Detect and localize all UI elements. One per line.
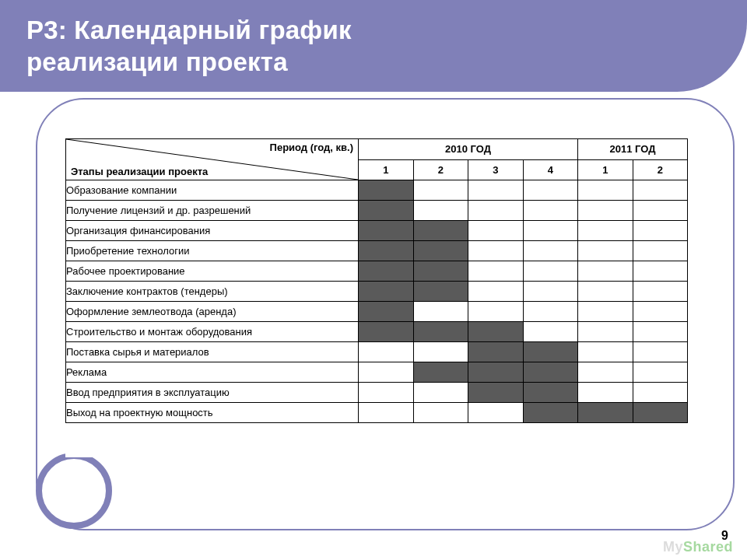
table-row: Поставка сырья и материалов [66, 342, 688, 362]
gantt-cell-filled [523, 403, 578, 423]
watermark: MyShared [663, 539, 733, 555]
gantt-cell-filled [523, 362, 578, 383]
gantt-cell-empty [413, 403, 468, 423]
gantt-cell-empty [633, 322, 688, 342]
gantt-cell-filled [359, 221, 414, 241]
gantt-cell-filled [633, 403, 688, 423]
stage-label: Организация финансирования [66, 221, 359, 241]
gantt-cell-filled [523, 342, 578, 362]
year-header-2011: 2011 ГОД [578, 139, 688, 160]
gantt-table: Период (год, кв.) Этапы реализации проек… [65, 138, 688, 423]
gantt-cell-empty [578, 221, 633, 241]
gantt-cell-filled [359, 241, 414, 261]
gantt-cell-empty [633, 282, 688, 302]
gantt-cell-empty [413, 383, 468, 403]
slide-title: Р3: Календарный график реализации проект… [26, 14, 352, 79]
gantt-cell-empty [633, 241, 688, 261]
gantt-cell-empty [633, 201, 688, 221]
gantt-cell-filled [468, 322, 524, 342]
year-header-2010: 2010 ГОД [359, 139, 578, 160]
gantt-cell-empty [413, 302, 468, 322]
gantt-cell-empty [633, 261, 688, 282]
gantt-cell-empty [523, 282, 578, 302]
gantt-cell-empty [578, 180, 633, 201]
quarter-header: 3 [468, 159, 524, 180]
gantt-cell-empty [468, 241, 524, 261]
gantt-body: Образование компанииПолучение лицензий и… [66, 180, 688, 423]
gantt-cell-filled [359, 322, 414, 342]
gantt-cell-empty [468, 180, 524, 201]
gantt-cell-empty [578, 261, 633, 282]
slide: Р3: Календарный график реализации проект… [0, 0, 747, 560]
gantt-cell-empty [578, 241, 633, 261]
quarter-header: 2 [633, 159, 688, 180]
header-diagonal-cell: Период (год, кв.) Этапы реализации проек… [66, 139, 359, 180]
gantt-cell-empty [523, 241, 578, 261]
gantt-cell-filled [413, 241, 468, 261]
gantt-cell-empty [578, 302, 633, 322]
table-row: Заключение контрактов (тендеры) [66, 282, 688, 302]
gantt-cell-empty [359, 342, 414, 362]
gantt-cell-empty [468, 403, 524, 423]
stage-label: Реклама [66, 362, 359, 383]
gantt-cell-empty [468, 201, 524, 221]
table-row: Получение лицензий и др. разрешений [66, 201, 688, 221]
gantt-cell-empty [633, 221, 688, 241]
gantt-cell-empty [359, 403, 414, 423]
table-row: Образование компании [66, 180, 688, 201]
gantt-cell-filled [359, 180, 414, 201]
gantt-cell-empty [633, 362, 688, 383]
stage-label: Строительство и монтаж оборудования [66, 322, 359, 342]
stage-label: Получение лицензий и др. разрешений [66, 201, 359, 221]
gantt-cell-filled [413, 362, 468, 383]
gantt-cell-empty [633, 180, 688, 201]
stage-label: Оформление землеотвода (аренда) [66, 302, 359, 322]
gantt-cell-filled [359, 261, 414, 282]
table-row: Рабочее проектирование [66, 261, 688, 282]
quarter-header: 1 [578, 159, 633, 180]
gantt-cell-filled [413, 221, 468, 241]
gantt-cell-empty [523, 201, 578, 221]
gantt-cell-filled [468, 342, 524, 362]
gantt-cell-filled [468, 383, 524, 403]
table-row: Ввод предприятия в эксплуатацию [66, 383, 688, 403]
period-axis-label: Период (год, кв.) [270, 142, 353, 153]
stages-axis-label: Этапы реализации проекта [71, 166, 208, 177]
table-row: Строительство и монтаж оборудования [66, 322, 688, 342]
gantt-cell-filled [359, 302, 414, 322]
gantt-cell-empty [359, 383, 414, 403]
table-row: Приобретение технологии [66, 241, 688, 261]
table-row: Реклама [66, 362, 688, 383]
gantt-cell-empty [578, 282, 633, 302]
quarter-header: 1 [359, 159, 414, 180]
gantt-cell-empty [578, 362, 633, 383]
stage-label: Приобретение технологии [66, 241, 359, 261]
table-row: Организация финансирования [66, 221, 688, 241]
gantt-cell-empty [359, 362, 414, 383]
title-line-2: реализации проекта [26, 47, 288, 76]
gantt-cell-filled [359, 282, 414, 302]
gantt-cell-empty [413, 201, 468, 221]
gantt-cell-empty [468, 261, 524, 282]
gantt-cell-empty [633, 383, 688, 403]
gantt-cell-empty [468, 221, 524, 241]
gantt-cell-filled [523, 383, 578, 403]
gantt-cell-filled [359, 201, 414, 221]
gantt-cell-empty [413, 180, 468, 201]
gantt-cell-empty [468, 282, 524, 302]
gantt-cell-filled [578, 403, 633, 423]
gantt-cell-filled [413, 282, 468, 302]
gantt-cell-filled [413, 322, 468, 342]
gantt-cell-filled [468, 362, 524, 383]
gantt-table-wrap: Период (год, кв.) Этапы реализации проек… [65, 138, 688, 457]
stage-label: Заключение контрактов (тендеры) [66, 282, 359, 302]
table-row: Оформление землеотвода (аренда) [66, 302, 688, 322]
stage-label: Выход на проектную мощность [66, 403, 359, 423]
gantt-cell-empty [413, 342, 468, 362]
gantt-cell-empty [468, 302, 524, 322]
gantt-cell-empty [523, 302, 578, 322]
gantt-cell-empty [523, 180, 578, 201]
table-row: Выход на проектную мощность [66, 403, 688, 423]
gantt-header: Период (год, кв.) Этапы реализации проек… [66, 139, 688, 180]
gantt-cell-empty [633, 302, 688, 322]
